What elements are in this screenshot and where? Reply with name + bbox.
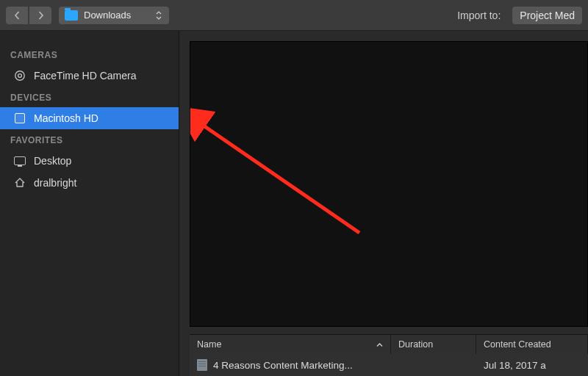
stepper-icon [154,9,163,22]
cell-name: 4 Reasons Content Marketing... [213,360,353,371]
monitor-icon [13,154,26,167]
cell-created: Jul 18, 2017 a [484,360,546,371]
sidebar-item-home[interactable]: dralbright [0,172,179,194]
import-destination-dropdown[interactable]: Project Med [512,7,582,24]
document-icon [197,359,207,371]
import-window: Downloads Import to: Project Med CAMERAS… [0,0,588,376]
import-to-label: Import to: [457,10,501,21]
location-label: Downloads [84,10,148,21]
sort-asc-icon [376,342,383,347]
sidebar: CAMERAS FaceTime HD Camera DEVICES Macin… [0,31,179,376]
sidebar-item-facetime-camera[interactable]: FaceTime HD Camera [0,65,179,87]
location-dropdown[interactable]: Downloads [59,7,169,24]
table-header: Name Duration Content Created [190,335,588,354]
import-destination-label: Project Med [520,10,575,21]
sidebar-item-macintosh-hd[interactable]: Macintosh HD [0,107,179,129]
home-icon [13,176,26,189]
main-area: Name Duration Content Created 4 Reasons … [179,31,588,376]
back-button[interactable] [6,7,28,24]
column-header-duration[interactable]: Duration [391,335,476,354]
toolbar: Downloads Import to: Project Med [0,0,588,31]
column-header-content-created[interactable]: Content Created [476,335,588,354]
preview-panel [190,41,588,327]
sidebar-section-favorites: FAVORITES [0,129,179,150]
svg-line-2 [199,123,359,233]
sidebar-item-label: dralbright [34,177,76,189]
column-header-name[interactable]: Name [190,335,391,354]
nav-buttons [6,7,51,24]
annotation-arrow [190,42,587,336]
sidebar-item-label: FaceTime HD Camera [34,70,137,82]
table-row[interactable]: 4 Reasons Content Marketing... Jul 18, 2… [190,354,588,376]
file-table: Name Duration Content Created 4 Reasons … [190,334,588,376]
chevron-left-icon [14,11,21,20]
disk-icon [13,112,26,125]
sidebar-section-devices: DEVICES [0,87,179,107]
sidebar-section-cameras: CAMERAS [0,44,179,65]
forward-button[interactable] [29,7,51,24]
svg-point-0 [15,71,24,80]
sidebar-item-desktop[interactable]: Desktop [0,150,179,172]
chevron-right-icon [37,11,44,20]
sidebar-item-label: Desktop [34,155,71,167]
camera-icon [13,69,26,82]
svg-point-1 [18,74,22,78]
sidebar-item-label: Macintosh HD [34,112,98,124]
folder-icon [65,10,78,21]
